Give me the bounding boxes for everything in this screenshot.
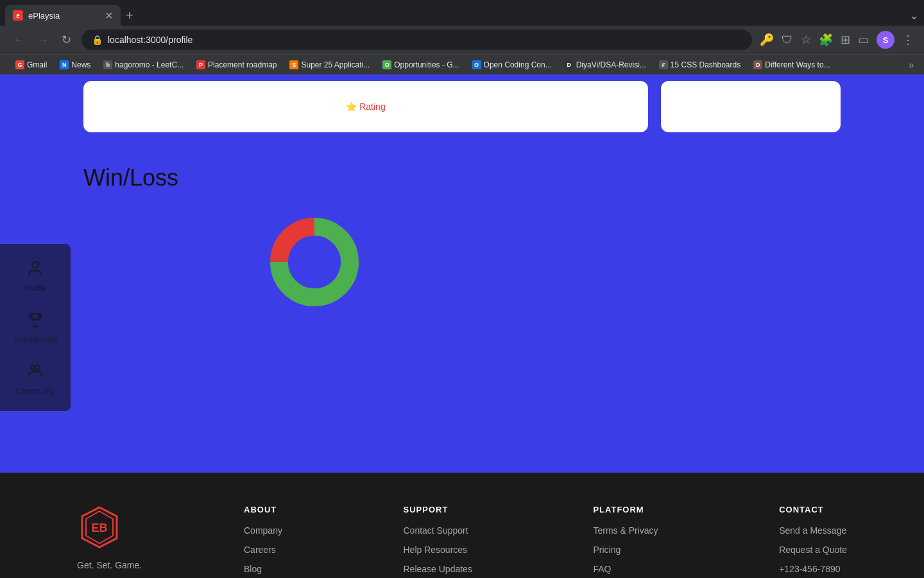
bookmark-hagoromo-label: hagoromo - LeetC... (115, 60, 184, 69)
footer-col-platform: PLATFORM Terms & Privacy Pricing FAQ (593, 505, 658, 578)
bookmark-news-label: News (71, 60, 90, 69)
bookmark-super25-label: Super 25 Applicati... (301, 60, 370, 69)
bookmark-opencoding[interactable]: O Open Coding Con... (467, 59, 557, 71)
bookmarks-bar: G Gmail N News h hagoromo - LeetC... P P… (0, 54, 924, 74)
sidebar-community-label: Community (16, 387, 55, 396)
footer-link-phone[interactable]: +123-456-7890 (779, 564, 840, 574)
bookmark-dsa-icon: D (565, 60, 574, 69)
bookmark-gmail[interactable]: G Gmail (10, 59, 52, 71)
new-tab-button[interactable]: + (126, 8, 133, 23)
footer-tagline: Get. Set. Game. (77, 560, 205, 570)
footer-link-send-message[interactable]: Send a Message (779, 525, 846, 536)
footer-link-contact-support[interactable]: Contact Support (403, 525, 468, 536)
bookmark-gmail-icon: G (15, 60, 24, 69)
bookmark-diff-icon: D (753, 60, 762, 69)
shield-icon[interactable]: 🛡 (782, 33, 793, 47)
bookmark-oc-icon: O (472, 60, 481, 69)
sidebar-tournaments-label: Tournaments (13, 335, 57, 344)
back-button[interactable]: ← (10, 31, 27, 49)
page-content: ⭐ Rating Win/Loss (0, 74, 924, 473)
address-box[interactable]: 🔒 localhost:3000/profile (81, 30, 752, 50)
lock-icon: 🔒 (92, 35, 103, 45)
bookmark-css-icon: # (659, 60, 668, 69)
winloss-title: Win/Loss (83, 164, 841, 191)
footer-logo: EB (77, 505, 122, 550)
bookmark-dsa-label: DiyaVi/DSA-Revisi... (576, 60, 646, 69)
bookmark-diff-label: Different Ways to... (765, 60, 830, 69)
tab-title: ePlaysia (28, 11, 60, 21)
footer-link-request-quote[interactable]: Request a Quote (779, 545, 847, 555)
bookmark-opportunities[interactable]: O Opportunities - G... (377, 59, 464, 71)
url-display: localhost:3000/profile (108, 35, 193, 45)
bookmarks-more-button[interactable]: » (909, 60, 914, 70)
sidebar-item-tournaments[interactable]: Tournaments (5, 306, 65, 349)
footer-link-help-resources[interactable]: Help Resources (403, 545, 467, 555)
bookmark-super25[interactable]: S Super 25 Applicati... (284, 59, 375, 71)
sidebar-item-profile[interactable]: Profile (5, 254, 65, 298)
footer-col-contact-links: Send a Message Request a Quote +123-456-… (779, 525, 847, 575)
footer-col-support-heading: SUPPORT (403, 505, 472, 514)
bookmark-diff[interactable]: D Different Ways to... (748, 59, 835, 71)
footer-col-about: ABOUT Company Careers Blog (244, 505, 282, 578)
footer-col-contact-heading: CONTACT (779, 505, 847, 514)
sidebar: Profile Tournaments (0, 244, 71, 411)
svg-point-3 (32, 262, 38, 268)
bookmark-news-icon: N (60, 60, 69, 69)
profile-avatar[interactable]: S (877, 31, 894, 49)
bookmark-oc-label: Open Coding Con... (484, 60, 552, 69)
stats-card (661, 81, 841, 132)
footer-link-release-updates[interactable]: Release Updates (403, 564, 472, 574)
sidebar-toggle-icon[interactable]: ▭ (858, 33, 869, 47)
footer-link-pricing[interactable]: Pricing (593, 545, 620, 555)
tournaments-icon (26, 311, 44, 333)
bookmark-news[interactable]: N News (55, 59, 96, 71)
footer-col-platform-links: Terms & Privacy Pricing FAQ (593, 525, 658, 575)
footer-columns: ABOUT Company Careers Blog SUPPORT Conta… (244, 505, 847, 578)
bookmark-super25-icon: S (289, 60, 298, 69)
footer-link-company[interactable]: Company (244, 525, 282, 536)
bookmark-opp-icon: O (382, 60, 391, 69)
footer-link-blog[interactable]: Blog (244, 564, 262, 574)
svg-point-2 (288, 236, 341, 288)
bookmark-placement[interactable]: P Placement roadmap (191, 59, 282, 71)
footer-link-faq[interactable]: FAQ (593, 564, 611, 574)
bookmark-dsa[interactable]: D DiyaVi/DSA-Revisi... (560, 59, 651, 71)
active-tab[interactable]: e ePlaysia ✕ (5, 5, 121, 26)
bookmark-opp-label: Opportunities - G... (394, 60, 459, 69)
address-bar-row: ← → ↻ 🔒 localhost:3000/profile 🔑 🛡 ☆ 🧩 ⊞… (0, 26, 924, 54)
puzzle-icon[interactable]: 🧩 (819, 33, 833, 47)
footer-brand: EB Get. Set. Game. f t in (77, 505, 205, 578)
more-tabs-button[interactable]: ⌄ (909, 8, 919, 22)
chart-container (83, 211, 841, 313)
profile-icon (26, 259, 44, 281)
top-cards-area: ⭐ Rating (0, 74, 924, 145)
footer-main: EB Get. Set. Game. f t in ABOUT (77, 505, 847, 578)
footer-col-contact: CONTACT Send a Message Request a Quote +… (779, 505, 847, 578)
reload-button[interactable]: ↻ (59, 30, 74, 49)
sidebar-item-community[interactable]: Community (5, 357, 65, 401)
star-icon[interactable]: ☆ (801, 33, 811, 47)
footer-col-platform-heading: PLATFORM (593, 505, 658, 514)
key-icon[interactable]: 🔑 (760, 33, 774, 47)
footer-col-support-links: Contact Support Help Resources Release U… (403, 525, 472, 575)
forward-button[interactable]: → (35, 31, 51, 49)
rating-card: ⭐ Rating (83, 81, 648, 132)
rating-label: ⭐ Rating (346, 101, 385, 112)
footer-link-careers[interactable]: Careers (244, 545, 276, 555)
bookmark-placement-icon: P (196, 60, 205, 69)
bookmark-gmail-label: Gmail (27, 60, 47, 69)
tab-bar: e ePlaysia ✕ + ⌄ (0, 0, 924, 26)
winloss-section: Win/Loss (0, 145, 924, 333)
bookmark-hagoromo[interactable]: h hagoromo - LeetC... (98, 59, 189, 71)
community-icon (26, 362, 44, 384)
tab-close-button[interactable]: ✕ (105, 10, 113, 22)
bookmark-css[interactable]: # 15 CSS Dashboards (654, 59, 746, 71)
bookmark-placement-label: Placement roadmap (208, 60, 277, 69)
chrome-menu-icon[interactable]: ⋮ (902, 33, 914, 47)
toolbar-icons: 🔑 🛡 ☆ 🧩 ⊞ ▭ S ⋮ (760, 31, 914, 49)
bookmark-hagoromo-icon: h (103, 60, 112, 69)
winloss-donut-chart (263, 211, 366, 313)
menu-icon[interactable]: ⊞ (841, 33, 850, 47)
bookmark-css-label: 15 CSS Dashboards (671, 60, 740, 69)
footer-link-terms[interactable]: Terms & Privacy (593, 525, 658, 536)
